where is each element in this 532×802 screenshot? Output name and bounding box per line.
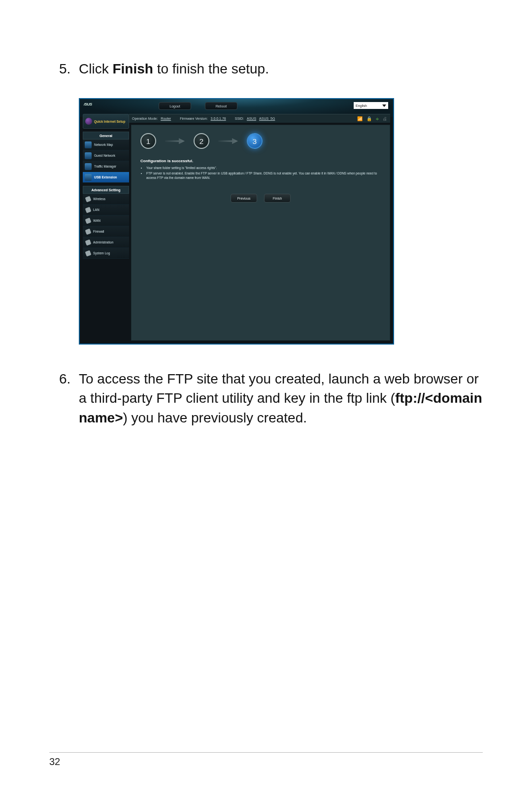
ssid-1[interactable]: ASUS	[247, 117, 256, 120]
label: Guest Network	[94, 154, 115, 157]
reboot-button[interactable]: Reboot	[205, 102, 237, 110]
sidebar-header-advanced: Advanced Setting	[83, 186, 129, 194]
printer-icon: 🖨	[383, 116, 387, 121]
sidebar-item-wan[interactable]: WAN	[83, 215, 129, 226]
wizard-step-1[interactable]: 1	[140, 133, 156, 149]
wrench-icon	[85, 239, 92, 245]
step-number: 5.	[59, 59, 79, 78]
arrow-icon	[218, 138, 238, 144]
dropdown-icon	[382, 105, 386, 107]
lock-icon: 🔒	[366, 116, 372, 121]
config-success-title: Configuration is successful.	[132, 155, 390, 166]
quick-internet-setup[interactable]: Quick Internet Setup	[83, 114, 129, 129]
wrench-icon	[85, 207, 92, 213]
label: Firewall	[93, 230, 104, 233]
wrench-icon	[85, 217, 92, 224]
op-mode-label: Operation Mode:	[132, 117, 158, 120]
sidebar-item-lan[interactable]: LAN	[83, 205, 129, 215]
text-bold: Finish	[112, 61, 153, 76]
previous-button[interactable]: Previous	[231, 194, 257, 203]
sidebar-item-firewall[interactable]: Firewall	[83, 226, 129, 237]
menu-icon	[85, 174, 92, 181]
logout-button[interactable]: Logout	[159, 102, 191, 110]
qis-label: Quick Internet Setup	[94, 120, 126, 123]
asus-logo: /SUS	[84, 102, 108, 109]
firmware-value[interactable]: 3.0.0.1.78	[211, 117, 226, 120]
text: to finish the setup.	[153, 61, 269, 76]
arrow-icon	[165, 138, 185, 144]
menu-icon	[85, 141, 92, 148]
footer-rule	[49, 752, 483, 753]
sidebar-header-general: General	[83, 132, 129, 139]
menu-icon	[85, 163, 92, 170]
sidebar-item-system-log[interactable]: System Log	[83, 248, 129, 259]
label: LAN	[93, 208, 100, 211]
wrench-icon	[85, 196, 92, 202]
sidebar-item-traffic-manager[interactable]: Traffic Manager	[83, 161, 129, 172]
label: Network Map	[94, 143, 113, 146]
instruction-step-6: 6. To access the FTP site that you creat…	[59, 369, 483, 427]
document-page: 5. Click Finish to finish the setup. /SU…	[0, 0, 532, 802]
instruction-step-5: 5. Click Finish to finish the setup.	[59, 59, 483, 78]
note-item: Your share folder setting is "limited ac…	[146, 166, 379, 171]
label: WAN	[93, 219, 100, 222]
wizard-step-3[interactable]: 3	[247, 133, 263, 149]
step-number: 6.	[59, 369, 79, 427]
router-screenshot: /SUS Logout Reboot English Operation Mod…	[79, 98, 394, 345]
qis-icon	[85, 118, 92, 125]
label: Traffic Manager	[94, 165, 116, 168]
label: Wireless	[93, 197, 105, 201]
ssid-2[interactable]: ASUS_5G	[259, 117, 275, 120]
router-content: 1 2 3 Configuration is successful. Your …	[131, 125, 390, 341]
wizard-step-2[interactable]: 2	[194, 133, 209, 149]
signal-icon: 📶	[357, 116, 363, 121]
language-select[interactable]: English	[354, 102, 388, 109]
step-text: To access the FTP site that you created,…	[79, 369, 483, 427]
sidebar-item-administration[interactable]: Administration	[83, 237, 129, 248]
page-number: 32	[49, 756, 60, 767]
text: ) you have previously created.	[123, 410, 307, 425]
finish-button[interactable]: Finish	[264, 194, 291, 203]
sidebar: Quick Internet Setup General Network Map…	[83, 114, 129, 341]
wrench-icon	[85, 250, 92, 256]
sidebar-item-wireless[interactable]: Wireless	[83, 194, 129, 205]
label: USB Extension	[94, 175, 117, 179]
label: System Log	[93, 251, 110, 255]
sidebar-item-usb-extension[interactable]: USB Extension	[83, 172, 129, 183]
language-value: English	[356, 104, 367, 107]
label: Administration	[93, 241, 113, 244]
config-notes: Your share folder setting is "limited ac…	[132, 166, 390, 180]
firmware-label: Firmware Version:	[180, 117, 207, 120]
op-mode-value[interactable]: Router	[161, 117, 171, 120]
sidebar-item-network-map[interactable]: Network Map	[83, 139, 129, 150]
note-item: FTP server is not enabled. Enable the FT…	[146, 172, 379, 180]
info-bar: Operation Mode: Router Firmware Version:…	[129, 114, 390, 123]
ssid-label: SSID:	[235, 117, 244, 120]
wrench-icon	[85, 228, 92, 235]
wizard-steps: 1 2 3	[132, 125, 390, 155]
text: Click	[79, 61, 112, 76]
menu-icon	[85, 152, 92, 159]
step-text: Click Finish to finish the setup.	[79, 59, 483, 78]
sidebar-item-guest-network[interactable]: Guest Network	[83, 150, 129, 161]
usb-icon: ⟡	[376, 116, 379, 122]
